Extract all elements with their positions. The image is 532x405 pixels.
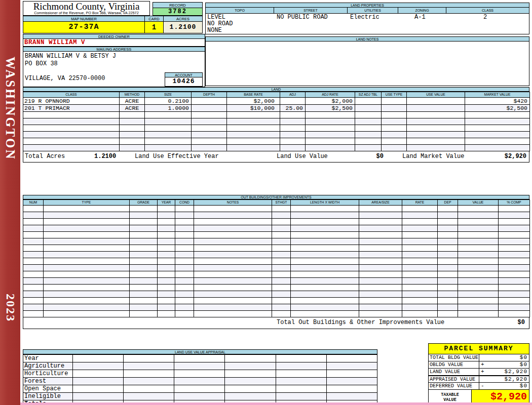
county-title: Richmond County, Virginia bbox=[23, 2, 149, 11]
lua-row-forest: Forest bbox=[23, 378, 377, 385]
table-row bbox=[23, 311, 530, 317]
column-header-utilities: UTILITIES bbox=[347, 8, 398, 14]
land-col-use-type: USE TYPE bbox=[382, 92, 407, 98]
table-row bbox=[23, 112, 530, 118]
card-value: 1 bbox=[144, 22, 163, 33]
mailing-address-line: BRANN WILLIAM V & BETSY J bbox=[25, 53, 205, 60]
effective-year-label: Land Use Effective Year bbox=[135, 151, 219, 161]
street-value: NO PUBLIC ROAD bbox=[277, 14, 328, 21]
deeded-owner-label: DEEDED OWNER bbox=[23, 34, 205, 39]
lua-row-open-space: Open Space bbox=[23, 385, 377, 393]
record-value: 3782 bbox=[153, 8, 203, 16]
column-header-street: STREET bbox=[274, 8, 347, 14]
outb-col-num: NUM bbox=[23, 200, 44, 206]
total-acres-value: 1.2100 bbox=[94, 151, 116, 161]
land-col-market-value: MARKET VALUE bbox=[465, 92, 530, 98]
table-row bbox=[23, 225, 530, 232]
class-value: 2 bbox=[483, 14, 487, 21]
map-number-value: 27-37A bbox=[23, 22, 144, 33]
table-row bbox=[23, 265, 530, 271]
sidebar: WASHINGTON 2023 bbox=[0, 0, 20, 405]
land-title: LAND bbox=[23, 87, 529, 92]
outb-col-dep: DEP bbox=[438, 200, 458, 206]
land-col-sz-adj-tbl: SZ ADJ TBL bbox=[355, 92, 382, 98]
column-header-class: CLASS bbox=[446, 8, 529, 14]
account-label: ACCOUNT bbox=[165, 72, 203, 77]
parcel-summary-row: LAND VALUE +$2,920 bbox=[429, 369, 529, 376]
sidebar-year-label: 2023 bbox=[4, 294, 17, 322]
land-notes-title: LAND NOTES bbox=[205, 36, 529, 42]
property-record-card: WASHINGTON 2023 Richmond County, Virgini… bbox=[0, 0, 532, 405]
map-card-acres: MAP NUMBER 27-37A CARD 1 ACRES 1.2100 bbox=[23, 16, 203, 33]
zoning-value: A-1 bbox=[414, 14, 426, 21]
card-label: CARD bbox=[144, 16, 163, 22]
account-box: ACCOUNT 10426 bbox=[165, 72, 203, 87]
land-col-adj-rate: ADJ RATE bbox=[306, 92, 355, 98]
acres-value: 1.2100 bbox=[163, 22, 203, 33]
record-box: RECORD 3782 bbox=[153, 2, 203, 16]
record-label: RECORD bbox=[153, 2, 203, 8]
acres-label: ACRES bbox=[163, 16, 203, 22]
outb-col-year: YEAR bbox=[158, 200, 175, 206]
out-buildings-table: NUM TYPE GRADE YEAR COND NOTES STHGT LEN… bbox=[23, 199, 530, 317]
land-market-value-label: Land Market Value bbox=[402, 151, 464, 161]
table-row bbox=[23, 252, 530, 258]
column-header-topo: TOPO bbox=[205, 8, 274, 14]
land-properties-section: LAND PROPERTIES TOPO STREET UTILITIES ZO… bbox=[205, 3, 529, 34]
parcel-summary-row: DEFERRED VALUE -$0 bbox=[429, 383, 529, 390]
land-properties-values: LEVEL NO PUBLIC ROAD Electric A-1 2 NO R… bbox=[205, 14, 529, 34]
land-notes-area bbox=[205, 42, 529, 86]
land-use-appraisal-title: LAND USE VALUE APPRAISAL bbox=[23, 349, 377, 354]
outb-col-comp: % COMP bbox=[499, 200, 530, 206]
land-col-class: CLASS bbox=[23, 92, 120, 98]
mailing-address-label: MAILING ADDRESS bbox=[23, 47, 205, 52]
lua-row-year: Year bbox=[23, 355, 377, 362]
lua-row-agriculture: Agriculture bbox=[23, 362, 377, 370]
column-header-zoning: ZONING bbox=[398, 8, 446, 14]
land-row: 219 R OPNNORD ACRE 0.2100 $2,000 $2,000 … bbox=[23, 98, 530, 105]
mailing-address-line: PO BOX 38 bbox=[25, 60, 205, 68]
land-table: CLASS METHOD SIZE DEPTH BASE RATE ADJ AD… bbox=[23, 92, 530, 151]
outb-col-grade: GRADE bbox=[130, 200, 158, 206]
land-col-use-value: USE VALUE bbox=[407, 92, 465, 98]
table-row bbox=[23, 206, 530, 212]
table-row bbox=[23, 125, 530, 132]
parcel-summary-title: PARCEL SUMMARY bbox=[429, 344, 529, 354]
table-row bbox=[23, 304, 530, 311]
total-acres-label: Total Acres bbox=[25, 151, 65, 161]
out-buildings-title: OUT BUILDINGS/OTHER IMPROVEMENTS bbox=[23, 195, 529, 199]
outb-col-notes: NOTES bbox=[194, 200, 272, 206]
table-row bbox=[23, 132, 530, 138]
outb-col-length-width: LENGTH X WIDTH bbox=[291, 200, 359, 206]
table-row bbox=[23, 232, 530, 238]
table-row bbox=[23, 219, 530, 225]
county-subtitle: Commissioner of the Revenue, PO Box 366,… bbox=[23, 11, 149, 15]
lua-row-horticulture: Horticulture bbox=[23, 370, 377, 378]
land-properties-columns: TOPO STREET UTILITIES ZONING CLASS bbox=[205, 8, 529, 14]
out-buildings-total-row: Total Out Buildings & Other Improvements… bbox=[23, 317, 529, 329]
county-header: Richmond County, Virginia Commissioner o… bbox=[23, 1, 150, 16]
land-col-method: METHOD bbox=[120, 92, 145, 98]
outb-col-value: VALUE bbox=[458, 200, 499, 206]
table-row bbox=[23, 285, 530, 291]
land-market-value: $2,920 bbox=[505, 151, 526, 161]
table-row bbox=[23, 118, 530, 125]
out-buildings-section: OUT BUILDINGS/OTHER IMPROVEMENTS NUM TYP… bbox=[23, 195, 529, 329]
table-row bbox=[23, 245, 530, 252]
table-row bbox=[23, 212, 530, 219]
parcel-summary: PARCEL SUMMARY TOTAL BLDG VALUE $0 OBLDG… bbox=[428, 343, 529, 405]
outb-col-sthgt: STHGT bbox=[272, 200, 291, 206]
table-row bbox=[23, 145, 530, 151]
land-col-adj: ADJ bbox=[280, 92, 306, 98]
table-row bbox=[23, 238, 530, 245]
topo-value-line3: NONE bbox=[207, 27, 222, 34]
land-section: LAND CLASS METHOD SIZE DEPTH BASE RATE A… bbox=[23, 87, 529, 163]
map-number-label: MAP NUMBER bbox=[23, 16, 144, 22]
land-row: 201 T PRIMACR ACRE 1.0000 $10,000 25.00 … bbox=[23, 105, 530, 112]
land-use-appraisal-section: LAND USE VALUE APPRAISAL Year Agricultur… bbox=[23, 349, 377, 405]
table-row bbox=[23, 138, 530, 145]
land-use-value-label: Land Use Value bbox=[277, 151, 328, 161]
outb-col-type: TYPE bbox=[44, 200, 130, 206]
table-row bbox=[23, 298, 530, 304]
parcel-summary-row: TOTAL BLDG VALUE $0 bbox=[429, 354, 529, 361]
